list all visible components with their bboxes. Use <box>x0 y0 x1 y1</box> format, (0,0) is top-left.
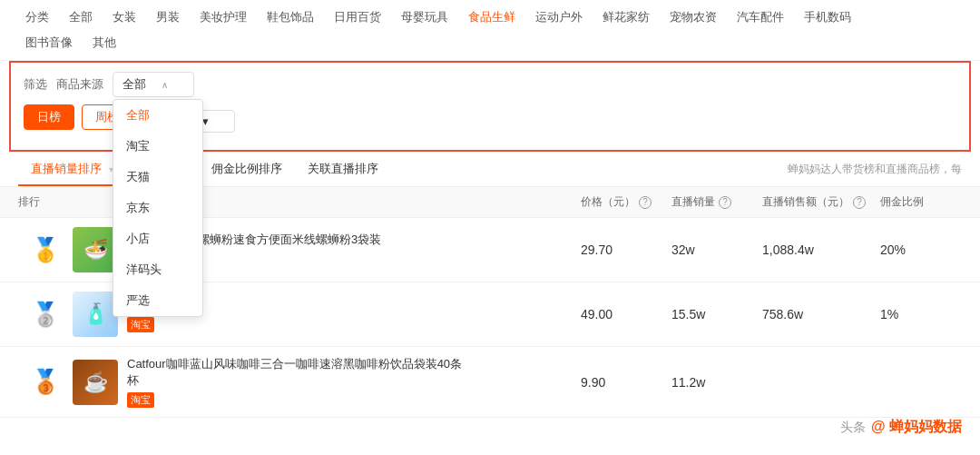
source-label: 商品来源 <box>56 76 103 93</box>
header-price: 价格（元） ? <box>581 194 671 210</box>
nav-women[interactable]: 女装 <box>105 7 143 27</box>
rank-tab-live[interactable]: 关联直播排序 <box>295 152 391 186</box>
nav-men[interactable]: 男装 <box>149 7 187 27</box>
filter-label: 筛选 <box>24 76 47 93</box>
rank-tab-label: 直播销量排序 <box>31 162 102 175</box>
header-sales: 直播销量 ? <box>671 194 762 210</box>
watermark-brand: @ 蝉妈妈数据 <box>871 418 962 437</box>
watermark-platform: 头条 <box>840 420 866 436</box>
filter-inner-row: 筛选 商品来源 全部 ∧ 全部 淘宝 天猫 京东 小店 洋码头 严选 <box>24 72 956 97</box>
product-image: 🧴 <box>73 292 118 337</box>
price-cell: 29.70 <box>581 242 671 257</box>
source-select-button[interactable]: 全部 ∧ <box>113 72 194 97</box>
source-select[interactable]: 全部 ∧ 全部 淘宝 天猫 京东 小店 洋码头 严选 <box>113 72 194 97</box>
dropdown-item-yanxuan[interactable]: 严选 <box>113 285 202 316</box>
source-dropdown-menu: 全部 淘宝 天猫 京东 小店 洋码头 严选 <box>113 99 203 317</box>
tab-day[interactable]: 日榜 <box>24 104 74 130</box>
nav-all[interactable]: 全部 <box>62 7 100 27</box>
nav-digital[interactable]: 手机数码 <box>797 7 858 27</box>
dropdown-item-yangmatou[interactable]: 洋码头 <box>113 254 202 285</box>
header-commission: 佣金比例 <box>880 194 962 210</box>
header-revenue: 直播销售额（元） ? <box>762 194 880 210</box>
nav-baby[interactable]: 母婴玩具 <box>394 7 456 27</box>
price-cell: 49.00 <box>581 307 671 321</box>
chevron-down-icon: ∧ <box>162 80 168 90</box>
watermark: 头条 @ 蝉妈妈数据 <box>840 418 962 437</box>
rank-tab-label: 佣金比例排序 <box>211 162 282 175</box>
product-image: 🍜 <box>73 227 118 272</box>
rank-tab-label: 关联直播排序 <box>308 162 378 175</box>
rank-cell: 🥈 <box>18 301 73 329</box>
nav-books[interactable]: 图书音像 <box>18 33 80 53</box>
table-row: 🥉 ☕ Catfour咖啡蓝山风味咖啡三合一咖啡速溶黑咖啡粉饮品袋装40条杯 淘… <box>0 347 980 418</box>
sales-cell: 11.2w <box>671 375 762 390</box>
nav-auto[interactable]: 汽车配件 <box>730 7 791 27</box>
dropdown-item-all[interactable]: 全部 <box>113 100 202 131</box>
price-info-icon[interactable]: ? <box>639 196 652 209</box>
source-selected-value: 全部 <box>122 76 146 93</box>
revenue-info-icon[interactable]: ? <box>853 196 866 209</box>
product-info: Catfour咖啡蓝山风味咖啡三合一咖啡速溶黑咖啡粉饮品袋装40条杯 淘宝 <box>127 356 472 408</box>
platform-tag: 淘宝 <box>127 317 154 332</box>
commission-cell: 1% <box>880 307 962 321</box>
dropdown-item-taobao[interactable]: 淘宝 <box>113 131 202 162</box>
commission-cell: 20% <box>880 242 962 257</box>
dropdown-item-tmall[interactable]: 天猫 <box>113 162 202 193</box>
nav-food[interactable]: 食品生鲜 <box>461 7 523 27</box>
nav-sport[interactable]: 运动户外 <box>528 7 590 27</box>
nav-pet[interactable]: 宠物农资 <box>662 7 724 27</box>
nav-other[interactable]: 其他 <box>85 33 123 53</box>
price-cell: 9.90 <box>581 375 671 390</box>
sales-cell: 15.5w <box>671 307 762 321</box>
platform-tag: 淘宝 <box>127 392 154 408</box>
nav-classify[interactable]: 分类 <box>18 7 56 27</box>
revenue-cell: 758.6w <box>762 307 880 321</box>
product-image: ☕ <box>73 360 118 405</box>
nav-beauty[interactable]: 美妆护理 <box>192 7 254 27</box>
top-nav: 分类 全部 女装 男装 美妆护理 鞋包饰品 日用百货 母婴玩具 食品生鲜 运动户… <box>0 0 980 61</box>
product-name: Catfour咖啡蓝山风味咖啡三合一咖啡速溶黑咖啡粉饮品袋装40条杯 <box>127 356 472 389</box>
sales-info-icon[interactable]: ? <box>719 196 731 209</box>
rank-cell: 🥇 <box>18 236 73 264</box>
nav-flower[interactable]: 鲜花家纺 <box>595 7 657 27</box>
nav-shoes[interactable]: 鞋包饰品 <box>260 7 321 27</box>
dropdown-item-jd[interactable]: 京东 <box>113 193 202 223</box>
rank-tab-sales[interactable]: 直播销量排序 ▾ <box>18 152 126 186</box>
header-rank: 排行 <box>18 194 73 210</box>
dropdown-item-xiaodian[interactable]: 小店 <box>113 223 202 254</box>
rank-cell: 🥉 <box>18 368 73 396</box>
product-cell: ☕ Catfour咖啡蓝山风味咖啡三合一咖啡速溶黑咖啡粉饮品袋装40条杯 淘宝 <box>73 356 581 408</box>
sales-cell: 32w <box>671 242 762 257</box>
revenue-cell: 1,088.4w <box>762 242 880 257</box>
rank-tab-commission[interactable]: 佣金比例排序 <box>199 152 295 186</box>
rank-note: 蝉妈妈达人带货榜和直播商品榜，每 <box>788 162 962 177</box>
nav-daily[interactable]: 日用百货 <box>327 7 388 27</box>
filter-section: 筛选 商品来源 全部 ∧ 全部 淘宝 天猫 京东 小店 洋码头 严选 <box>9 61 971 152</box>
